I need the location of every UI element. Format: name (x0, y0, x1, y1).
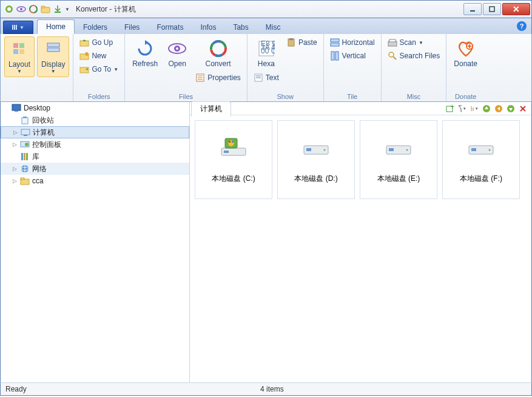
sort-icon[interactable]: ▾ (470, 104, 479, 114)
svg-rect-7 (41, 6, 45, 8)
drive-label: 本地磁盘 (C:) (212, 174, 255, 184)
folder-up-icon (79, 38, 89, 47)
close-button[interactable]: ✕ (502, 3, 530, 15)
qa-dropdown-icon[interactable]: ▼ (65, 4, 70, 14)
tree-item[interactable]: ▷网络 (1, 163, 189, 175)
tree-node-icon (20, 164, 30, 174)
tree-item[interactable]: ▷cca (1, 175, 189, 187)
svg-text:00 C2: 00 C2 (261, 47, 275, 55)
expand-icon[interactable]: ▷ (12, 141, 18, 148)
tab-infos[interactable]: Infos (192, 21, 224, 34)
horizontal-button[interactable]: Horizontal (328, 36, 377, 49)
nav-up-icon[interactable] (482, 104, 491, 114)
svg-rect-39 (289, 38, 293, 40)
vertical-icon (330, 51, 340, 61)
vertical-button[interactable]: Vertical (328, 50, 377, 62)
group-misc-label: Misc (385, 92, 443, 101)
desktop-icon (12, 103, 21, 113)
search-button[interactable]: Search Files (385, 50, 443, 62)
svg-rect-13 (13, 49, 18, 54)
svg-rect-66 (21, 178, 24, 180)
tab-tabs[interactable]: Tabs (224, 21, 257, 34)
drive-item[interactable]: 本地磁盘 (D:) (277, 120, 355, 199)
drive-grid: 本地磁盘 (C:)本地磁盘 (D:)本地磁盘 (E:)本地磁盘 (F:) (190, 115, 531, 382)
tree-node-label: 回收站 (32, 115, 54, 126)
scan-icon (388, 38, 397, 47)
heart-icon (456, 39, 476, 58)
properties-button[interactable]: Properties (193, 72, 243, 84)
tabstrip: ▼ Home Folders Files Formats Infos Tabs … (0, 18, 532, 34)
tab-files[interactable]: Files (116, 21, 148, 34)
hexa-button[interactable]: E8 913A 4F00 C2 Hexa (251, 36, 281, 70)
folder-tree[interactable]: Desktop 回收站▷计算机▷控制面板库▷网络▷cca (1, 102, 190, 382)
drive-icon (466, 136, 496, 155)
folder-icon[interactable] (41, 4, 50, 14)
tab-folders[interactable]: Folders (75, 21, 116, 34)
minimize-button[interactable] (463, 3, 482, 15)
convert-large-icon (209, 39, 228, 58)
nav-prev-icon[interactable] (494, 104, 503, 114)
text-button[interactable]: Text (251, 72, 281, 84)
eye-open-icon (167, 39, 187, 58)
drive-icon (384, 136, 413, 155)
tree-root-desktop[interactable]: Desktop (1, 102, 189, 114)
expand-icon[interactable]: ▷ (12, 129, 18, 135)
svg-point-3 (20, 8, 22, 10)
eye-icon[interactable] (16, 4, 26, 14)
tab-home[interactable]: Home (37, 19, 75, 34)
drive-item[interactable]: 本地磁盘 (E:) (360, 120, 437, 199)
display-button[interactable]: Display ▼ (37, 36, 69, 77)
svg-rect-82 (232, 141, 234, 143)
path-tab[interactable]: 计算机 (191, 101, 231, 117)
go-up-button[interactable]: Go Up (77, 36, 121, 49)
open-button[interactable]: Open (164, 36, 190, 70)
svg-rect-9 (470, 10, 475, 12)
svg-rect-17 (80, 41, 89, 46)
tree-item[interactable]: 回收站 (1, 114, 189, 126)
tab-formats[interactable]: Formats (148, 21, 192, 34)
drive-item[interactable]: 本地磁盘 (C:) (195, 120, 272, 199)
layout-button[interactable]: Layout ▼ (4, 36, 35, 77)
nav-down-icon[interactable] (506, 104, 516, 114)
svg-rect-41 (331, 43, 339, 46)
svg-rect-90 (471, 148, 476, 151)
drive-icon (301, 136, 331, 155)
download-icon[interactable] (53, 4, 62, 14)
svg-text:+: + (450, 104, 454, 111)
remove-tab-icon[interactable] (518, 104, 528, 114)
donate-button[interactable]: Donate (450, 36, 481, 70)
group-show-label: Show (251, 92, 320, 101)
drive-item[interactable]: 本地磁盘 (F:) (442, 120, 520, 199)
maximize-button[interactable] (483, 3, 501, 15)
svg-rect-45 (389, 39, 396, 42)
tree-item[interactable]: ▷计算机 (1, 126, 189, 138)
status-bar: Ready 4 items (0, 382, 532, 396)
tab-misc[interactable]: Misc (257, 21, 289, 34)
go-to-button[interactable]: Go To ▼ (77, 63, 121, 75)
new-button[interactable]: New (77, 50, 121, 62)
quick-access-toolbar: ▼ (4, 4, 70, 14)
file-button[interactable]: ▼ (3, 21, 33, 34)
paste-button[interactable]: Paste (284, 36, 320, 49)
svg-rect-52 (15, 110, 18, 112)
properties-icon (195, 73, 205, 83)
help-icon[interactable]: ? (517, 21, 527, 31)
tree-item[interactable]: 库 (1, 151, 189, 163)
expand-icon[interactable]: ▷ (12, 166, 18, 172)
refresh-button[interactable]: Refresh (129, 36, 161, 70)
svg-rect-54 (23, 117, 27, 118)
content-header: 计算机 + ▾ ▾ (190, 102, 531, 115)
svg-point-19 (85, 52, 89, 56)
convert-icon[interactable] (29, 4, 38, 14)
expand-icon[interactable]: ▷ (12, 178, 18, 184)
tree-item[interactable]: ▷控制面板 (1, 138, 189, 151)
scan-button[interactable]: Scan ▼ (385, 36, 443, 49)
horizontal-icon (330, 38, 340, 47)
tree-node-label: 库 (32, 152, 39, 162)
tree-node-icon (20, 176, 30, 186)
svg-rect-8 (55, 12, 61, 13)
filter-icon[interactable]: ▾ (457, 104, 467, 114)
convert-button[interactable]: Convert (193, 36, 243, 70)
add-tab-icon[interactable]: + (445, 104, 455, 114)
svg-rect-53 (22, 118, 28, 124)
